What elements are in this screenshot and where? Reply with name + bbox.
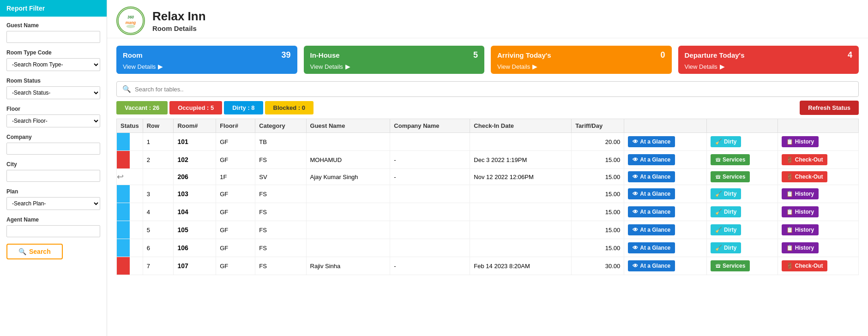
room-number: 101 — [174, 133, 216, 151]
action-glance: 👁At a Glance — [624, 239, 707, 257]
company-input[interactable] — [6, 143, 100, 155]
at-a-glance-button[interactable]: 👁At a Glance — [628, 136, 675, 147]
status-indicator — [117, 151, 130, 168]
glance-icon: 👁 — [633, 156, 638, 163]
stat-room-link[interactable]: View Details ▶ — [123, 63, 291, 70]
room-number: 103 — [174, 185, 216, 203]
action-glance: 👁At a Glance — [624, 257, 707, 275]
tariff: 30.00 — [572, 257, 624, 275]
status-cell — [117, 239, 143, 257]
tariff: 15.00 — [572, 203, 624, 221]
city-input[interactable] — [6, 170, 100, 182]
glance-icon: 👁 — [633, 209, 638, 215]
svg-text:360: 360 — [127, 15, 134, 19]
search-button[interactable]: 🔍 Search — [6, 244, 63, 259]
table-search-input[interactable] — [135, 86, 853, 93]
at-a-glance-button[interactable]: 👁At a Glance — [628, 260, 675, 271]
status-cell: ↩ — [117, 169, 143, 185]
tariff: 20.00 — [572, 133, 624, 151]
history-icon: 📋 — [786, 209, 793, 215]
stat-departure-link[interactable]: View Details ▶ — [685, 63, 853, 70]
refresh-status-button[interactable]: Refresh Status — [800, 101, 859, 115]
company-name — [390, 185, 470, 203]
checkout-button[interactable]: 🚪Check-Out — [782, 171, 828, 182]
guest-name — [306, 203, 390, 221]
badge-blocked[interactable]: Blocked : 0 — [265, 101, 313, 114]
checkin-date: Nov 12 2022 12:06PM — [470, 169, 572, 185]
tariff: 15.00 — [572, 239, 624, 257]
action-secondary: 🧹Dirty — [706, 203, 778, 221]
dirty-button[interactable]: 🧹Dirty — [711, 136, 741, 147]
stat-card-inhouse: In-House 5 View Details ▶ — [304, 46, 485, 74]
action-secondary: 🧹Dirty — [706, 239, 778, 257]
at-a-glance-button[interactable]: 👁At a Glance — [628, 206, 675, 217]
status-indicator — [117, 239, 130, 257]
history-button[interactable]: 📋History — [782, 224, 819, 235]
main-header: 360 mang Relax Inn Room Details — [107, 0, 868, 38]
table-wrapper: Status Row Room# Floor# Category Guest N… — [107, 117, 868, 280]
plan-select[interactable]: -Search Plan- — [6, 197, 100, 210]
row-num: 7 — [143, 257, 174, 275]
col-floor: Floor# — [216, 119, 255, 133]
status-cell — [117, 185, 143, 203]
guest-name-input[interactable] — [6, 31, 100, 43]
action-tertiary: 📋History — [778, 239, 858, 257]
category: FS — [255, 239, 306, 257]
checkout-button[interactable]: 🚪Check-Out — [782, 154, 828, 165]
checkout-button[interactable]: 🚪Check-Out — [782, 260, 828, 271]
history-button[interactable]: 📋History — [782, 136, 819, 147]
category: SV — [255, 169, 306, 185]
stat-card-room: Room 39 View Details ▶ — [116, 46, 297, 74]
at-a-glance-button[interactable]: 👁At a Glance — [628, 171, 675, 182]
history-button[interactable]: 📋History — [782, 206, 819, 217]
glance-icon: 👁 — [633, 191, 638, 197]
stat-arriving-link[interactable]: View Details ▶ — [497, 63, 665, 70]
badge-vaccant[interactable]: Vaccant : 26 — [116, 101, 168, 114]
badge-dirty[interactable]: Dirty : 8 — [224, 101, 263, 114]
status-cell — [117, 203, 143, 221]
checkin-date: Feb 14 2023 8:20AM — [470, 257, 572, 275]
room-type-label: Room Type Code — [6, 49, 100, 56]
history-button[interactable]: 📋History — [782, 242, 819, 253]
dirty-button[interactable]: 🧹Dirty — [711, 206, 741, 217]
redirect-icon: ↩ — [117, 172, 124, 181]
at-a-glance-button[interactable]: 👁At a Glance — [628, 154, 675, 165]
services-button[interactable]: 🛎Services — [711, 154, 750, 165]
glance-icon: 👁 — [633, 245, 638, 251]
at-a-glance-button[interactable]: 👁At a Glance — [628, 242, 675, 253]
svg-point-3 — [127, 24, 135, 28]
tariff: 15.00 — [572, 169, 624, 185]
dirty-button[interactable]: 🧹Dirty — [711, 242, 741, 253]
room-type-select[interactable]: -Search Room Type- — [6, 58, 100, 71]
stat-room-arrow: ▶ — [158, 63, 163, 70]
services-button[interactable]: 🛎Services — [711, 260, 750, 271]
tariff: 15.00 — [572, 185, 624, 203]
at-a-glance-button[interactable]: 👁At a Glance — [628, 224, 675, 235]
room-status-select[interactable]: -Search Status- — [6, 86, 100, 99]
room-table: Status Row Room# Floor# Category Guest N… — [116, 119, 859, 275]
floor-num: GF — [216, 185, 255, 203]
checkout-icon: 🚪 — [786, 263, 793, 269]
services-button[interactable]: 🛎Services — [711, 171, 750, 182]
page-subtitle: Room Details — [152, 24, 206, 32]
agent-name-input[interactable] — [6, 225, 100, 237]
tariff: 15.00 — [572, 151, 624, 169]
status-cell — [117, 257, 143, 275]
guest-name: Rajiv Sinha — [306, 257, 390, 275]
plan-label: Plan — [6, 188, 100, 195]
status-cell — [117, 221, 143, 239]
checkout-icon: 🚪 — [786, 156, 793, 163]
checkout-icon: 🚪 — [786, 174, 793, 180]
dirty-icon: 🧹 — [715, 191, 722, 197]
dirty-button[interactable]: 🧹Dirty — [711, 188, 741, 199]
dirty-icon: 🧹 — [715, 245, 722, 251]
history-button[interactable]: 📋History — [782, 188, 819, 199]
dirty-button[interactable]: 🧹Dirty — [711, 224, 741, 235]
at-a-glance-button[interactable]: 👁At a Glance — [628, 188, 675, 199]
stat-inhouse-link[interactable]: View Details ▶ — [310, 63, 478, 70]
badge-occupied[interactable]: Occupied : 5 — [169, 101, 222, 114]
floor-select[interactable]: -Search Floor- — [6, 114, 100, 127]
glance-icon: 👁 — [633, 174, 638, 180]
filter-city: City — [6, 161, 100, 182]
action-tertiary: 📋History — [778, 203, 858, 221]
